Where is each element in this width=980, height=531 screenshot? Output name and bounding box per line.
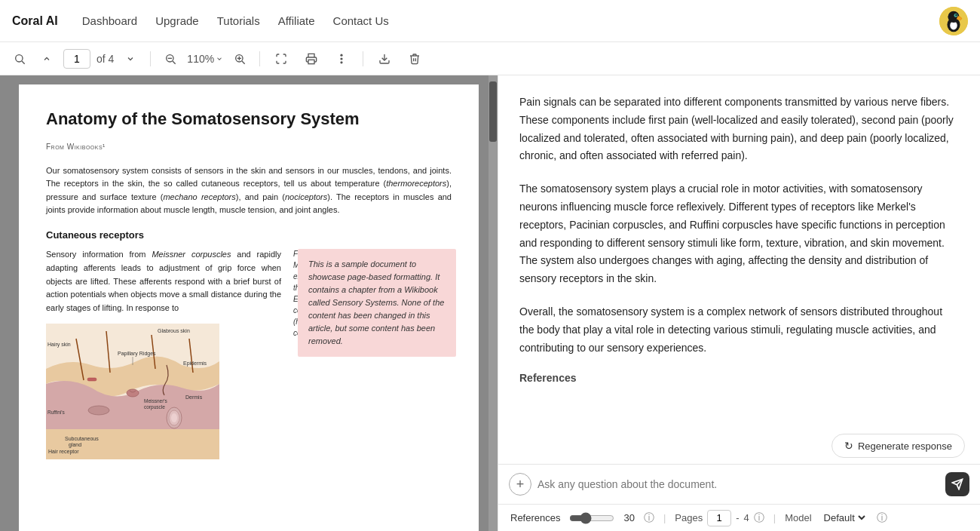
svg-line-10: [173, 61, 176, 64]
svg-text:Subcutaneous: Subcutaneous: [65, 436, 99, 441]
svg-text:Epidermis: Epidermis: [183, 361, 207, 367]
svg-point-31: [171, 413, 177, 422]
svg-point-5: [955, 14, 957, 15]
svg-point-27: [127, 389, 139, 397]
search-button[interactable]: [9, 48, 30, 69]
svg-text:corpuscle: corpuscle: [144, 404, 165, 410]
svg-point-17: [341, 57, 343, 60]
regenerate-label: Regenerate response: [858, 440, 952, 452]
references-info-icon[interactable]: ⓘ: [644, 511, 654, 525]
svg-text:Hair receptor: Hair receptor: [48, 449, 79, 455]
fit-page-button[interactable]: [269, 47, 293, 71]
print-button[interactable]: [299, 47, 323, 71]
svg-text:Glabrous skin: Glabrous skin: [158, 328, 190, 333]
pdf-toolbar: 1 of 4 110%: [0, 42, 980, 75]
page-input[interactable]: 1: [63, 49, 90, 69]
ai-text-3: Overall, the somatosensory system is a c…: [519, 303, 959, 357]
svg-text:Hairy skin: Hairy skin: [47, 342, 71, 348]
pages-label: Pages: [675, 512, 703, 523]
regenerate-icon: ↻: [844, 440, 853, 452]
pdf-title: Anatomy of the Somatosensory System: [46, 109, 452, 130]
svg-rect-15: [308, 60, 314, 63]
svg-text:Ruffini's: Ruffini's: [47, 410, 66, 415]
page-total: of 4: [96, 53, 114, 65]
svg-rect-26: [87, 378, 96, 381]
pdf-annotation-box: This is a sample document to showcase pa…: [298, 249, 456, 357]
svg-text:Meissner's: Meissner's: [144, 398, 168, 404]
svg-line-14: [242, 61, 245, 64]
zoom-in-button[interactable]: [229, 48, 250, 69]
top-nav: Coral AI Dashboard Upgrade Tutorials Aff…: [0, 0, 980, 42]
pdf-panel: Anatomy of the Somatosensory System From…: [0, 75, 498, 531]
page-down-button[interactable]: [120, 48, 141, 69]
svg-text:Dermis: Dermis: [185, 394, 203, 400]
zoom-out-button[interactable]: [160, 48, 181, 69]
svg-point-16: [341, 54, 343, 56]
svg-point-18: [341, 61, 343, 63]
ai-content: Pain signals can be separated into diffe…: [498, 75, 980, 428]
pdf-section1-text: Sensory information from Meissner corpus…: [46, 248, 281, 315]
model-info-icon[interactable]: ⓘ: [877, 511, 887, 525]
ai-text-1: Pain signals can be separated into diffe…: [519, 94, 959, 165]
references-label: References: [519, 372, 959, 384]
chat-add-button[interactable]: +: [509, 473, 531, 496]
model-label: Model: [785, 512, 811, 523]
zoom-display: 110%: [187, 53, 223, 65]
pages-info-icon[interactable]: ⓘ: [754, 511, 764, 525]
nav-affiliate[interactable]: Affiliate: [278, 14, 315, 27]
ai-panel: Pain signals can be separated into diffe…: [498, 75, 980, 531]
footer-bar: References 30 ⓘ | Pages 1 - 4 ⓘ | Model …: [498, 504, 980, 531]
avatar[interactable]: [939, 7, 968, 35]
download-button[interactable]: [372, 47, 397, 71]
pages-dash: -: [736, 512, 739, 523]
pages-to: 4: [744, 512, 749, 523]
references-slider[interactable]: [569, 512, 614, 524]
brand-name: Coral AI: [12, 14, 58, 28]
pdf-scrollbar-thumb[interactable]: [489, 81, 497, 142]
chat-send-button[interactable]: [945, 472, 969, 496]
svg-text:Papillary Ridges: Papillary Ridges: [118, 351, 156, 357]
more-options-button[interactable]: [329, 47, 354, 71]
model-select[interactable]: Default GPT-4 Claude: [821, 511, 868, 524]
nav-upgrade[interactable]: Upgrade: [155, 14, 199, 27]
chat-input[interactable]: [537, 475, 939, 493]
send-icon: [951, 478, 963, 490]
regenerate-area: ↻ Regenerate response: [498, 428, 980, 464]
page-up-button[interactable]: [36, 48, 57, 69]
ai-text-2: The somatosensory system plays a crucial…: [519, 180, 959, 288]
svg-point-28: [88, 406, 109, 415]
references-count: 30: [623, 512, 634, 523]
main-layout: Anatomy of the Somatosensory System From…: [0, 75, 980, 531]
svg-point-6: [16, 54, 23, 61]
nav-dashboard[interactable]: Dashboard: [82, 14, 137, 27]
figure-skin-diagram: Hairy skin Glabrous skin Epidermis Dermi…: [46, 324, 219, 463]
chat-input-row: +: [498, 464, 980, 504]
pdf-scrollbar[interactable]: [488, 75, 498, 531]
pdf-intro: Our somatosensory system consists of sen…: [46, 164, 452, 217]
delete-button[interactable]: [403, 47, 427, 71]
footer-pages: Pages 1 - 4 ⓘ: [675, 510, 764, 526]
pdf-col-left: Sensory information from Meissner corpus…: [46, 248, 281, 463]
svg-text:gland: gland: [69, 442, 81, 448]
pages-from-input[interactable]: 1: [707, 510, 731, 526]
svg-line-7: [22, 61, 25, 64]
pdf-page: Anatomy of the Somatosensory System From…: [19, 84, 479, 531]
regenerate-button[interactable]: ↻ Regenerate response: [831, 434, 965, 458]
pdf-from: From Wikibooks¹: [46, 141, 452, 152]
footer-references-label: References: [510, 512, 560, 523]
nav-contact[interactable]: Contact Us: [333, 14, 389, 27]
pdf-section-cutaneous: Cutaneous receptors: [46, 228, 452, 243]
nav-tutorials[interactable]: Tutorials: [217, 14, 260, 27]
